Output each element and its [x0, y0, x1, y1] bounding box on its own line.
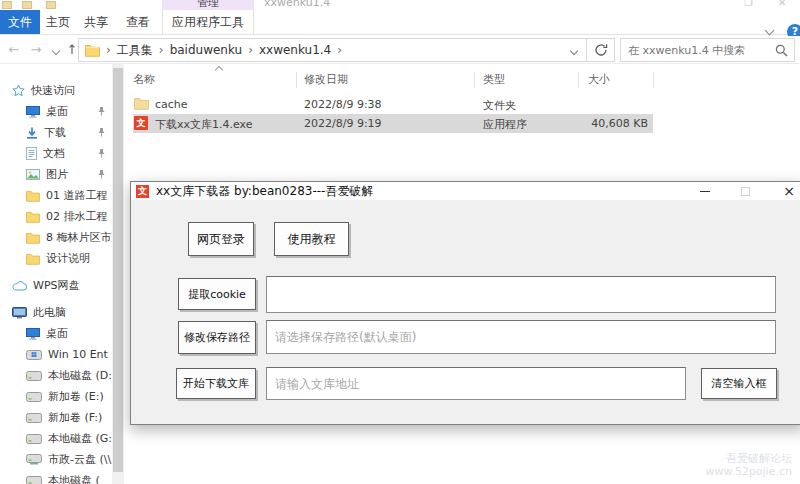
- sort-ascending-icon: [215, 66, 223, 74]
- desktop-icon: [26, 106, 40, 118]
- sidebar-item-this-pc[interactable]: 此电脑: [0, 302, 112, 323]
- sidebar-item-downloads[interactable]: 下载: [0, 122, 112, 143]
- drive-icon: [26, 371, 42, 381]
- sidebar-item-quick-access[interactable]: 快速访问: [0, 80, 112, 101]
- cloud-icon: [12, 281, 27, 291]
- address-bar[interactable]: › 工具集 › baiduwenku › xxwenku1.4 ›: [78, 38, 587, 62]
- breadcrumb-separator: ›: [244, 43, 257, 57]
- doc-url-input[interactable]: [266, 367, 686, 400]
- breadcrumb-toolset[interactable]: 工具集: [115, 42, 155, 59]
- close-icon[interactable]: ✕: [778, 0, 786, 8]
- wenku-app-icon: 文: [136, 185, 149, 198]
- cookie-input[interactable]: [266, 276, 776, 313]
- tab-application-tools[interactable]: 应用程序工具: [162, 10, 254, 34]
- manage-contextual-tab[interactable]: 管理: [162, 0, 254, 10]
- scrollbar-thumb[interactable]: [113, 68, 123, 472]
- sidebar-item-folder-drainage[interactable]: 02 排水工程: [0, 206, 112, 227]
- ribbon-collapse-chevron-icon[interactable]: [765, 26, 775, 36]
- sidebar-item-drive-d[interactable]: 本地磁盘 (D:): [0, 365, 112, 386]
- ribbon-tabs: 文件 主页 共享 查看 应用程序工具 ?: [0, 10, 800, 35]
- tab-home[interactable]: 主页: [40, 10, 76, 34]
- sidebar-item-folder-meilin[interactable]: 8 梅林片区市政: [0, 227, 112, 248]
- dialog-titlebar[interactable]: 文 xx文库下载器 by:bean0283---吾爱破解 ×: [131, 182, 800, 200]
- forum-watermark: 吾爱破解论坛 www.52pojie.cn: [705, 452, 792, 478]
- sidebar-item-drive-e[interactable]: 新加卷 (E:): [0, 386, 112, 407]
- web-login-button[interactable]: 网页登录: [188, 222, 254, 256]
- tab-share[interactable]: 共享: [76, 10, 116, 34]
- computer-icon: [12, 307, 27, 319]
- quick-access-toolbar-icon[interactable]: [46, 1, 56, 9]
- minimize-icon: [700, 191, 710, 192]
- tab-file[interactable]: 文件: [0, 10, 40, 34]
- search-input[interactable]: [628, 39, 773, 61]
- start-download-button[interactable]: 开始下载文库: [176, 368, 256, 399]
- maximize-icon: [741, 187, 750, 196]
- clear-input-button[interactable]: 清空输入框: [701, 368, 777, 399]
- pictures-icon: [26, 169, 40, 180]
- sidebar-item-pictures[interactable]: 图片: [0, 164, 112, 185]
- folder-icon: [26, 232, 40, 244]
- network-drive-icon: [26, 454, 42, 465]
- window-title: xxwenku1.4: [264, 0, 330, 9]
- sidebar-item-network-drive[interactable]: 市政-云盘 (\\192: [0, 449, 112, 470]
- maximize-button: [734, 182, 756, 200]
- window-titlebar: 管理 xxwenku1.4 ❒ ✕: [0, 0, 800, 10]
- breadcrumb-xxwenku14[interactable]: xxwenku1.4: [257, 43, 333, 57]
- tutorial-button[interactable]: 使用教程: [274, 222, 349, 256]
- sidebar-item-drive-g[interactable]: 本地磁盘 (G:): [0, 428, 112, 449]
- folder-icon: [26, 190, 40, 202]
- sidebar-scrollbar[interactable]: [112, 64, 124, 484]
- change-path-button[interactable]: 修改保存路径: [178, 321, 256, 354]
- download-icon: [26, 127, 38, 139]
- breadcrumb-separator: ›: [102, 43, 115, 57]
- sidebar-item-drive-f[interactable]: 新加卷 (F:): [0, 407, 112, 428]
- search-icon[interactable]: [775, 44, 788, 57]
- downloader-dialog: 文 xx文库下载器 by:bean0283---吾爱破解 × 网页登录 使用教程…: [130, 181, 800, 425]
- system-drive-icon: [26, 350, 42, 360]
- address-dropdown-chevron-icon[interactable]: [570, 47, 578, 55]
- refresh-icon: [594, 43, 608, 57]
- close-icon: ×: [783, 184, 795, 198]
- sidebar-item-desktop-pc[interactable]: 桌面: [0, 323, 112, 344]
- drive-icon: [26, 392, 42, 402]
- pin-icon: [97, 149, 106, 158]
- navigation-pane: 快速访问 桌面 下载 文档 图片 01 道路工程 02 排水工程: [0, 64, 112, 484]
- breadcrumb-separator: ›: [333, 43, 346, 57]
- column-header-type[interactable]: 类型: [483, 72, 505, 87]
- wenku-exe-icon: 文: [134, 116, 148, 130]
- quick-access-toolbar-icon[interactable]: [22, 1, 32, 9]
- folder-icon: [26, 211, 40, 223]
- sidebar-item-drive-partial[interactable]: 本地磁盘 (: [0, 470, 112, 484]
- forward-button[interactable]: →: [26, 39, 46, 61]
- minimize-button[interactable]: [694, 182, 716, 200]
- file-row-exe[interactable]: 文 下载xx文库1.4.exe 2022/8/9 9:19 应用程序 40,60…: [133, 114, 653, 133]
- sidebar-item-documents[interactable]: 文档: [0, 143, 112, 164]
- sidebar-item-folder-design-notes[interactable]: 设计说明: [0, 248, 112, 269]
- back-button[interactable]: ←: [4, 39, 24, 61]
- breadcrumb-separator: ›: [155, 43, 168, 57]
- column-header-date[interactable]: 修改日期: [304, 72, 348, 87]
- explorer-window: 管理 xxwenku1.4 ❒ ✕ 文件 主页 共享 查看 应用程序工具 ? ←…: [0, 0, 800, 484]
- tab-view[interactable]: 查看: [116, 10, 160, 34]
- sidebar-item-folder-road[interactable]: 01 道路工程: [0, 185, 112, 206]
- desktop-icon: [26, 328, 40, 340]
- dialog-title: xx文库下载器 by:bean0283---吾爱破解: [156, 183, 373, 200]
- close-button[interactable]: ×: [778, 182, 800, 200]
- refresh-button[interactable]: [587, 38, 615, 62]
- folder-icon: [26, 253, 40, 265]
- address-bar-row: ← → ↑ › 工具集 › baiduwenku › xxwenku1.4 ›: [0, 36, 800, 64]
- column-header-name[interactable]: 名称: [133, 72, 155, 87]
- sidebar-item-drive-c[interactable]: Win 10 Ent x64: [0, 344, 112, 365]
- quick-access-toolbar-icon[interactable]: [2, 1, 12, 9]
- sidebar-item-wps-cloud[interactable]: WPS网盘: [0, 275, 112, 296]
- column-header-size[interactable]: 大小: [588, 72, 610, 87]
- drive-icon: [26, 476, 42, 484]
- breadcrumb-baiduwenku[interactable]: baiduwenku: [168, 43, 245, 57]
- maximize-icon[interactable]: ❒: [744, 0, 753, 8]
- pin-icon: [97, 128, 106, 137]
- file-row-cache[interactable]: cache 2022/8/9 9:38 文件夹: [133, 95, 653, 114]
- save-path-input[interactable]: [266, 320, 776, 354]
- sidebar-item-desktop[interactable]: 桌面: [0, 101, 112, 122]
- document-icon: [26, 147, 37, 160]
- extract-cookie-button[interactable]: 提取cookie: [178, 278, 256, 310]
